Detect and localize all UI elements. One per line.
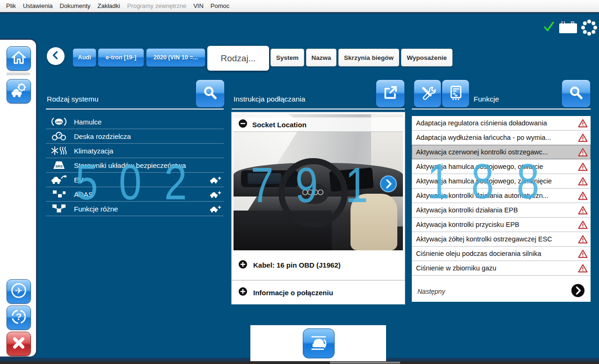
photo-next-button[interactable]: [380, 175, 397, 193]
warning-icon: [578, 264, 588, 275]
svg-text:✈: ✈: [15, 285, 22, 296]
open-external-button[interactable]: [376, 80, 405, 108]
filter-nazwa-button[interactable]: Nazwa: [306, 49, 336, 66]
warning-icon: [578, 206, 588, 217]
system-row-srs[interactable]: SRS Sterowniki układów bezpieczeństwa: [46, 158, 224, 173]
new-function-car-icon: [210, 190, 222, 198]
search-icon: [202, 85, 218, 102]
socket-location-photo: Socket Location: [234, 114, 403, 250]
functions-panel-title: Funkcje: [474, 95, 499, 103]
car-front-icon: [308, 332, 329, 355]
system-row-label: Funkcje różne: [74, 205, 210, 213]
vehicle-connect-card: [250, 325, 386, 361]
function-row[interactable]: Aktywacja kontrolki działania automatycz…: [412, 189, 591, 203]
battery-icon: [558, 20, 578, 35]
functions-panel-underline: [412, 109, 591, 109]
filter-skrzynia-button[interactable]: Skrzynia biegów: [338, 49, 399, 66]
report-button[interactable]: [442, 80, 469, 108]
function-row[interactable]: Adaptacja wydłużenia łańcucha - po wymia…: [412, 131, 591, 145]
crumb-brand[interactable]: Audi: [73, 48, 96, 67]
connection-info-accordion-row[interactable]: Informacje o połączeniu: [232, 281, 405, 304]
function-label: Aktywacja kontrolki działania automatycz…: [416, 192, 548, 199]
warning-icon: [578, 220, 588, 231]
menu-plik[interactable]: Plik: [6, 2, 16, 9]
expand-plus-icon: [238, 287, 248, 298]
warning-icon: [578, 235, 588, 246]
function-label: Aktywacja żółtej kontrolki ostrzegawczej…: [416, 235, 552, 243]
exit-button[interactable]: [7, 332, 31, 356]
system-row-label: EV: [74, 176, 210, 184]
function-label: Adaptacja wydłużenia łańcucha - po wymia…: [416, 134, 551, 141]
function-row[interactable]: Aktywacja kontrolki działania EPB: [412, 203, 591, 218]
menu-zakladki[interactable]: Zakładki: [97, 2, 120, 9]
bottom-scrollbar-thumb[interactable]: [330, 362, 400, 364]
function-row-selected[interactable]: Aktywacja czerwonej kontrolki ostrzegawc…: [412, 145, 591, 160]
warning-icon: [578, 133, 588, 144]
function-row[interactable]: Aktywacja hamulca postojowego, otwarcie: [412, 160, 591, 174]
adjustments-button[interactable]: [414, 80, 441, 108]
next-page-arrow-icon: [571, 284, 585, 299]
menu-pomoc[interactable]: Pomoc: [211, 2, 229, 9]
menu-ustawienia[interactable]: Ustawienia: [23, 2, 53, 9]
instruction-panel-underline: [232, 109, 405, 109]
expand-plus-icon: [238, 260, 248, 271]
airplane-icon: ✈: [10, 282, 27, 301]
chevron-left-icon: [51, 50, 61, 62]
car-gear-icon: [10, 82, 27, 101]
system-row-label: ADAS: [74, 190, 210, 198]
crumb-model[interactable]: e-tron [19-]: [98, 48, 144, 67]
system-row-adas[interactable]: ADAS: [46, 187, 224, 202]
connection-info-accordion-label: Informacje o połączeniu: [253, 289, 333, 297]
system-row-klimatyzacja[interactable]: Klimatyzacja: [46, 144, 224, 158]
help-button[interactable]: ?: [7, 306, 31, 330]
menu-dokumenty[interactable]: Dokumenty: [60, 2, 91, 9]
menu-vin[interactable]: VIN: [193, 2, 204, 9]
function-row[interactable]: Ciśnienie oleju podczas docierania silni…: [412, 247, 591, 261]
cable-accordion-row[interactable]: Kabel: 16 pin OBD (J1962): [232, 250, 405, 281]
socket-location-header[interactable]: Socket Location: [234, 117, 403, 132]
function-label: Aktywacja hamulca postojowego, zamknięci…: [416, 177, 552, 185]
back-button[interactable]: [47, 47, 65, 65]
function-label: Adaptacja regulatora ciśnienia doładowan…: [416, 119, 547, 127]
function-row[interactable]: Ciśnienie w zbiorniku gazu: [412, 261, 591, 276]
filter-wyposazenie-button[interactable]: Wyposażenie: [401, 49, 453, 66]
function-label: Ciśnienie w zbiorniku gazu: [416, 264, 497, 272]
filter-system-button[interactable]: System: [270, 49, 304, 66]
filter-rodzaj-button[interactable]: Rodzaj...: [207, 46, 269, 71]
function-row[interactable]: Aktywacja żółtej kontrolki ostrzegawczej…: [412, 232, 591, 247]
system-row-hamulce[interactable]: ABS Hamulce: [46, 115, 224, 129]
photo-cluster-screen: [248, 173, 281, 184]
home-icon: [11, 50, 27, 67]
question-mark-icon: ?: [10, 308, 27, 327]
collapse-minus-icon: [238, 119, 248, 130]
socket-location-label: Socket Location: [252, 121, 307, 129]
function-label: Ciśnienie oleju podczas docierania silni…: [416, 250, 541, 257]
system-row-ev[interactable]: EV: [46, 173, 224, 187]
function-row[interactable]: Aktywacja kontrolki przycisku EPB: [412, 218, 591, 232]
warning-icon: [578, 249, 588, 260]
sidebar: ✈ ?: [0, 38, 37, 358]
system-panel-title: Rodzaj systemu: [47, 95, 98, 103]
new-function-car-icon: [210, 176, 222, 184]
flight-mode-button[interactable]: ✈: [7, 279, 31, 304]
system-type-list: ABS Hamulce Deska rozdzielcza: [46, 115, 224, 216]
system-search-button[interactable]: [196, 80, 225, 108]
crumb-year-vin[interactable]: 2020 (VIN 10 =...: [146, 48, 205, 67]
warning-icon: [578, 191, 588, 202]
functions-search-button[interactable]: [562, 80, 591, 108]
function-row[interactable]: Adaptacja regulatora ciśnienia doładowan…: [412, 116, 591, 131]
tools-icon: [420, 85, 436, 102]
system-row-deska[interactable]: Deska rozdzielcza: [46, 129, 224, 144]
cable-accordion-label: Kabel: 16 pin OBD (J1962): [253, 261, 341, 269]
system-row-funkcje-rozne[interactable]: Funkcje różne: [46, 202, 224, 216]
next-page-row[interactable]: Następny: [412, 281, 591, 302]
function-row[interactable]: Aktywacja hamulca postojowego, zamknięci…: [412, 174, 591, 189]
connection-instruction-card: Socket Location Kabel: 16 pin OBD (J1962…: [232, 112, 405, 304]
climate-icon: [51, 146, 69, 156]
menu-bar: Plik Ustawienia Dokumenty Zakładki Progr…: [0, 0, 599, 12]
connection-check-icon: [543, 21, 555, 33]
bottom-scrollbar-track: [0, 361, 599, 364]
vehicle-connect-button[interactable]: [303, 328, 335, 358]
home-button[interactable]: [7, 46, 31, 71]
vehicle-systems-button[interactable]: [7, 79, 31, 103]
